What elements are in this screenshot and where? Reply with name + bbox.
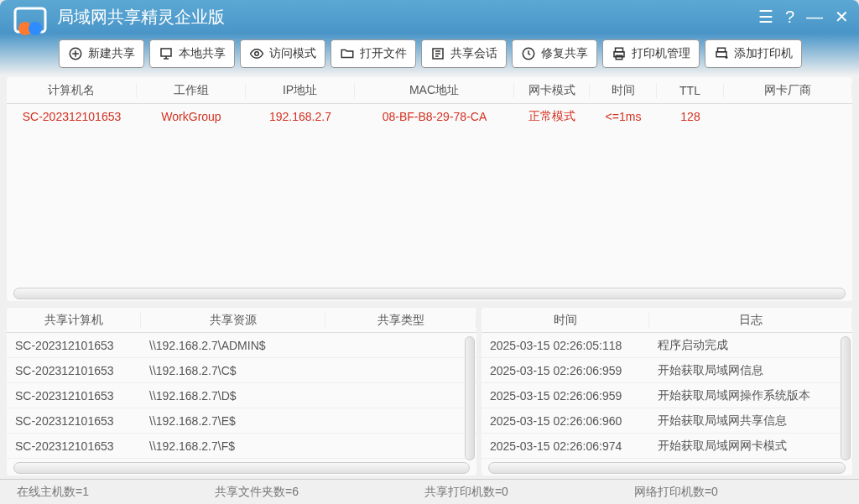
col-log-time[interactable]: 时间 <box>482 313 649 328</box>
status-online: 在线主机数=1 <box>17 485 89 500</box>
app-title: 局域网共享精灵企业版 <box>57 6 758 29</box>
col-time[interactable]: 时间 <box>590 83 657 98</box>
col-share-resource[interactable]: 共享资源 <box>141 313 325 328</box>
col-nicmode[interactable]: 网卡模式 <box>514 83 590 98</box>
hosts-header: 计算机名 工作组 IP地址 MAC地址 网卡模式 时间 TTL 网卡厂商 <box>7 77 852 104</box>
log-row[interactable]: 2025-03-15 02:26:06:959开始获取局域网操作系统版本 <box>482 383 852 408</box>
share-row[interactable]: SC-202312101653\\192.168.2.7\F$ <box>7 434 476 459</box>
log-row[interactable]: 2025-03-15 02:26:06:974开始获取局域网网卡模式 <box>482 434 852 459</box>
close-icon[interactable]: ✕ <box>835 7 849 27</box>
col-workgroup[interactable]: 工作组 <box>137 83 246 98</box>
share-row[interactable]: SC-202312101653\\192.168.2.7\C$ <box>7 358 476 383</box>
log-body: 2025-03-15 02:26:05:118程序启动完成 2025-03-15… <box>482 333 852 460</box>
shares-header: 共享计算机 共享资源 共享类型 <box>7 308 476 333</box>
status-folders: 共享文件夹数=6 <box>215 485 299 500</box>
printer-mgmt-button[interactable]: 打印机管理 <box>602 39 700 68</box>
hosts-panel: 计算机名 工作组 IP地址 MAC地址 网卡模式 时间 TTL 网卡厂商 SC-… <box>7 77 852 301</box>
share-row[interactable]: SC-202312101653\\192.168.2.7\ADMIN$ <box>7 333 476 358</box>
shares-panel: 共享计算机 共享资源 共享类型 SC-202312101653\\192.168… <box>7 308 476 475</box>
new-share-button[interactable]: 新建共享 <box>59 39 144 68</box>
access-mode-button[interactable]: 访问模式 <box>240 39 325 68</box>
local-share-button[interactable]: 本地共享 <box>149 39 235 68</box>
share-row[interactable]: SC-202312101653\\192.168.2.7\E$ <box>7 408 476 434</box>
host-row[interactable]: SC-202312101653 WorkGroup 192.168.2.7 08… <box>7 104 852 129</box>
svg-point-5 <box>255 52 259 56</box>
col-vendor[interactable]: 网卡厂商 <box>724 83 852 98</box>
log-panel: 时间 日志 2025-03-15 02:26:05:118程序启动完成 2025… <box>482 308 852 475</box>
share-row[interactable]: SC-202312101653\\192.168.2.7\D$ <box>7 383 476 408</box>
col-mac[interactable]: MAC地址 <box>355 83 514 98</box>
log-row[interactable]: 2025-03-15 02:26:06:960开始获取局域网共享信息 <box>482 408 852 434</box>
help-icon[interactable]: ? <box>785 8 794 27</box>
status-net-printers: 网络打印机数=0 <box>634 485 718 500</box>
shares-vscroll[interactable] <box>465 336 475 460</box>
log-row[interactable]: 2025-03-15 02:26:05:118程序启动完成 <box>482 333 852 358</box>
app-window: 局域网共享精灵企业版 ☰ ? — ✕ 新建共享 本地共享 访问模式 打开文件 共… <box>0 0 859 504</box>
statusbar: 在线主机数=1 共享文件夹数=6 共享打印机数=0 网络打印机数=0 <box>0 479 859 504</box>
col-log-msg[interactable]: 日志 <box>649 313 852 328</box>
titlebar[interactable]: 局域网共享精灵企业版 ☰ ? — ✕ <box>0 0 859 34</box>
status-share-printers: 共享打印机数=0 <box>424 485 508 500</box>
col-ttl[interactable]: TTL <box>657 84 724 97</box>
shares-hscroll[interactable] <box>13 462 470 474</box>
log-header: 时间 日志 <box>482 308 852 333</box>
toolbar: 新建共享 本地共享 访问模式 打开文件 共享会话 修复共享 打印机管理 添加打印… <box>0 34 859 74</box>
log-row[interactable]: 2025-03-15 02:26:06:959开始获取局域网信息 <box>482 358 852 383</box>
log-vscroll[interactable] <box>841 336 851 460</box>
svg-rect-4 <box>161 49 171 56</box>
minimize-icon[interactable]: — <box>806 8 823 27</box>
hosts-body: SC-202312101653 WorkGroup 192.168.2.7 08… <box>7 104 852 286</box>
share-session-button[interactable]: 共享会话 <box>421 39 507 68</box>
col-name[interactable]: 计算机名 <box>7 83 137 98</box>
col-share-computer[interactable]: 共享计算机 <box>7 313 141 328</box>
hosts-hscroll[interactable] <box>13 288 846 299</box>
col-share-type[interactable]: 共享类型 <box>325 313 476 328</box>
svg-rect-12 <box>716 52 726 57</box>
open-file-button[interactable]: 打开文件 <box>331 39 416 68</box>
repair-share-button[interactable]: 修复共享 <box>512 39 597 68</box>
menu-icon[interactable]: ☰ <box>758 7 773 27</box>
log-hscroll[interactable] <box>488 462 846 474</box>
shares-body: SC-202312101653\\192.168.2.7\ADMIN$ SC-2… <box>7 333 476 460</box>
add-printer-button[interactable]: 添加打印机 <box>705 39 802 68</box>
col-ip[interactable]: IP地址 <box>246 83 355 98</box>
